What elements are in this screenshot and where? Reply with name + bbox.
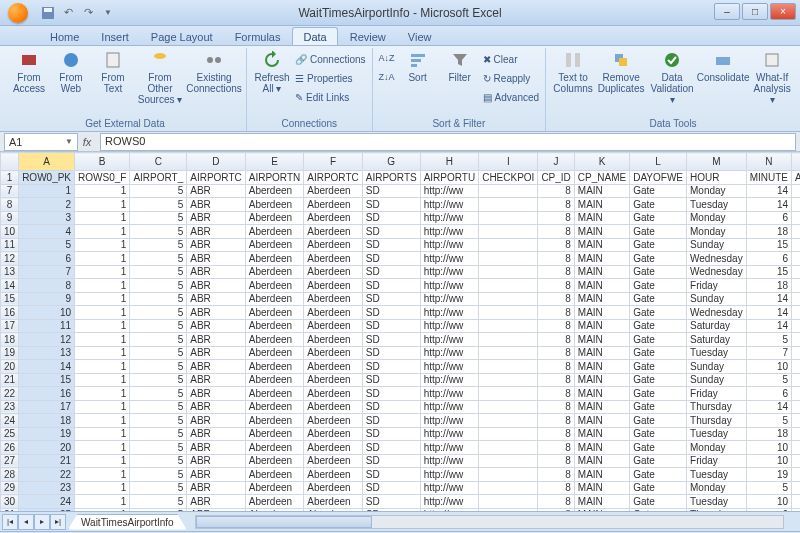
cell[interactable]: Aberdeen (304, 454, 363, 468)
maximize-button[interactable]: □ (742, 3, 768, 20)
cell[interactable]: ABR (187, 225, 246, 239)
cell[interactable]: 8 (19, 279, 75, 293)
col-header-C[interactable]: C (130, 153, 187, 171)
cell[interactable]: 0 (792, 279, 800, 293)
row-header[interactable]: 17 (1, 319, 19, 333)
cell[interactable]: SD (362, 319, 420, 333)
worksheet-grid[interactable]: ABCDEFGHIJKLMNOPQRS1ROW0_PKROWS0_FAIRPOR… (0, 152, 800, 511)
cell[interactable]: 5 (130, 481, 187, 495)
cell[interactable]: 8 (538, 508, 574, 511)
col-header-M[interactable]: M (687, 153, 747, 171)
cell[interactable]: ABR (187, 468, 246, 482)
cell[interactable]: 5 (130, 279, 187, 293)
cell[interactable]: SD (362, 427, 420, 441)
cell[interactable]: http://ww (420, 184, 479, 198)
cell[interactable]: 3 (19, 211, 75, 225)
data-validation-button[interactable]: Data Validation ▾ (648, 50, 696, 105)
cell[interactable]: Aberdeen (304, 468, 363, 482)
cell[interactable]: Aberdeen (245, 414, 304, 428)
cell[interactable]: ABR (187, 387, 246, 401)
cell[interactable]: Aberdeen (245, 279, 304, 293)
cell[interactable]: ABR (187, 508, 246, 511)
cell[interactable]: MAIN (574, 306, 629, 320)
cell[interactable]: 0 (792, 373, 800, 387)
cell[interactable]: Aberdeen (245, 360, 304, 374)
cell[interactable]: http://ww (420, 346, 479, 360)
cell[interactable]: Aberdeen (245, 400, 304, 414)
cell[interactable]: Wednesday (687, 265, 747, 279)
cell[interactable]: 1 (75, 468, 130, 482)
cell[interactable]: 8 (538, 306, 574, 320)
cell[interactable]: 5 (130, 319, 187, 333)
cell[interactable]: 25 (19, 508, 75, 511)
fx-button[interactable]: fx (78, 136, 96, 148)
cell[interactable]: 0 (792, 495, 800, 509)
cell[interactable]: Aberdeen (245, 427, 304, 441)
cell[interactable]: http://ww (420, 198, 479, 212)
cell[interactable]: Aberdeen (245, 238, 304, 252)
cell[interactable]: Aberdeen (304, 238, 363, 252)
cell[interactable]: MAIN (574, 468, 629, 482)
cell[interactable]: Aberdeen (245, 211, 304, 225)
cell[interactable]: ABR (187, 414, 246, 428)
cell[interactable]: Friday (687, 279, 747, 293)
col-header-J[interactable]: J (538, 153, 574, 171)
cell[interactable]: 5 (130, 252, 187, 266)
cell[interactable]: http://ww (420, 373, 479, 387)
cell[interactable]: 1 (75, 292, 130, 306)
cell[interactable]: 5 (130, 387, 187, 401)
cell[interactable]: 8 (538, 333, 574, 347)
cell[interactable]: 21 (19, 454, 75, 468)
header-cell[interactable]: MINUTE (746, 171, 791, 185)
cell[interactable]: MAIN (574, 238, 629, 252)
tab-view[interactable]: View (398, 28, 442, 45)
cell[interactable] (479, 400, 538, 414)
cell[interactable]: 5 (130, 468, 187, 482)
cell[interactable]: 1 (75, 360, 130, 374)
cell[interactable]: 1 (75, 373, 130, 387)
cell[interactable]: MAIN (574, 508, 629, 511)
cell[interactable]: 0 (792, 481, 800, 495)
cell[interactable]: 10 (746, 454, 791, 468)
row-header[interactable]: 12 (1, 252, 19, 266)
cell[interactable]: ABR (187, 441, 246, 455)
header-cell[interactable]: HOUR (687, 171, 747, 185)
cell[interactable]: 1 (75, 508, 130, 511)
row-header[interactable]: 10 (1, 225, 19, 239)
formula-bar[interactable]: ROWS0 (100, 133, 796, 151)
cell[interactable]: 1 (75, 184, 130, 198)
cell[interactable]: 5 (130, 508, 187, 511)
cell[interactable]: Aberdeen (245, 508, 304, 511)
cell[interactable]: Monday (687, 225, 747, 239)
cell[interactable] (479, 225, 538, 239)
cell[interactable]: 8 (538, 184, 574, 198)
cell[interactable]: 8 (538, 360, 574, 374)
cell[interactable]: 18 (746, 427, 791, 441)
cell[interactable]: 19 (19, 427, 75, 441)
cell[interactable]: 13 (19, 346, 75, 360)
cell[interactable]: Gate (630, 333, 687, 347)
cell[interactable] (479, 454, 538, 468)
cell[interactable]: 1 (75, 346, 130, 360)
cell[interactable]: SD (362, 211, 420, 225)
cell[interactable]: 15 (746, 265, 791, 279)
cell[interactable]: 8 (538, 198, 574, 212)
cell[interactable]: Gate (630, 279, 687, 293)
cell[interactable]: Sunday (687, 373, 747, 387)
cell[interactable]: 14 (746, 400, 791, 414)
cell[interactable]: ABR (187, 495, 246, 509)
cell[interactable]: 22 (19, 468, 75, 482)
col-header-A[interactable]: A (19, 153, 75, 171)
connections-button[interactable]: 🔗Connections (295, 50, 366, 68)
col-header-B[interactable]: B (75, 153, 130, 171)
cell[interactable]: 14 (746, 306, 791, 320)
cell[interactable]: Gate (630, 306, 687, 320)
cell[interactable]: SD (362, 184, 420, 198)
consolidate-button[interactable]: Consolidate (700, 50, 746, 105)
cell[interactable]: 8 (538, 211, 574, 225)
cell[interactable]: ABR (187, 198, 246, 212)
cell[interactable]: 16 (19, 387, 75, 401)
cell[interactable]: ABR (187, 427, 246, 441)
cell[interactable]: 0 (792, 184, 800, 198)
cell[interactable]: Gate (630, 468, 687, 482)
